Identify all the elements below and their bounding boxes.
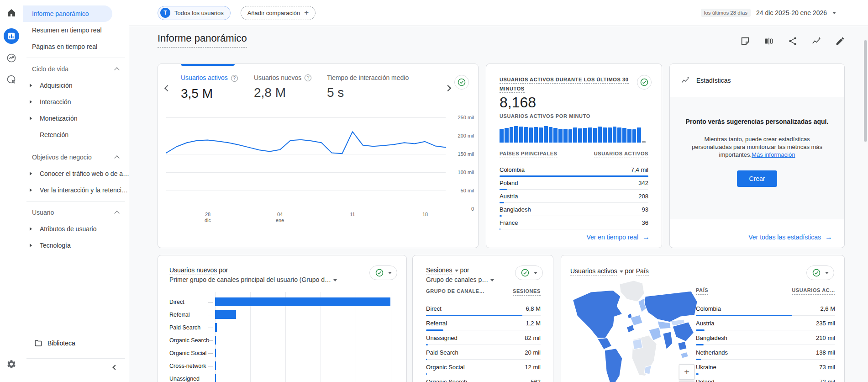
insights-icon[interactable]	[811, 36, 821, 48]
axis-tick-label: 04ene	[266, 212, 294, 223]
metric-selector[interactable]: Usuarios activos	[570, 267, 617, 276]
sidebar-section-ciclo-de-vida[interactable]: Ciclo de vida	[23, 61, 129, 77]
sidebar-item-retencion[interactable]: Retención	[23, 127, 129, 143]
add-comparison-chip[interactable]: Añadir comparación +	[241, 6, 316, 20]
sidebar-item-label: Monetización	[40, 115, 78, 122]
tab-tiempo-interaccion[interactable]: Tiempo de interacción medio 5 s	[327, 74, 409, 100]
sidebar-item-interaccion[interactable]: Interacción	[23, 94, 129, 110]
compare-reports-icon[interactable]	[764, 36, 774, 48]
data-quality-check-icon[interactable]	[637, 75, 652, 90]
card-options-pill[interactable]	[806, 265, 834, 280]
dimension-selector[interactable]: País	[636, 267, 649, 276]
metrics-scroll-left-icon[interactable]	[164, 85, 171, 91]
row-value: 208	[638, 193, 648, 200]
sidebar-item-conocer-el-trafico-web-o-de-a[interactable]: Conocer el tráfico web o de a…	[23, 165, 129, 182]
card-options-pill[interactable]	[369, 265, 397, 280]
sidebar-item-adquisicion[interactable]: Adquisición	[23, 77, 129, 94]
row-value: 2,6 M	[820, 305, 835, 312]
sidebar-item-paginas-en-tiempo-real[interactable]: Páginas en tiempo real	[23, 38, 129, 55]
chevron-down-icon	[534, 272, 537, 274]
dimension-selector[interactable]: Primer grupo de canales principal del us…	[169, 276, 331, 283]
tab-usuarios-activos[interactable]: Usuarios activos? 3,5 M	[181, 74, 238, 101]
explore-icon[interactable]	[6, 53, 17, 65]
minute-bar	[637, 127, 641, 143]
expand-arrow-icon	[30, 117, 34, 120]
audience-chip[interactable]: T Todos los usuarios	[158, 6, 231, 20]
expand-arrow-icon	[30, 133, 34, 137]
view-realtime-link[interactable]: Ver en tiempo real →	[586, 233, 650, 241]
row-value: 73 mil	[819, 364, 835, 371]
map-card-title: Usuarios activos por País	[570, 266, 649, 276]
reports-icon[interactable]	[4, 28, 19, 44]
home-icon[interactable]	[6, 7, 17, 20]
sidebar-item-resumen-en-tiempo-real[interactable]: Resumen en tiempo real	[23, 22, 129, 38]
insights-icon	[681, 76, 690, 85]
row-value: 7,4 mil	[631, 166, 648, 173]
sidebar-item-library[interactable]: Biblioteca	[23, 335, 129, 351]
bar-row: Unassigned	[169, 372, 397, 382]
help-icon[interactable]: ?	[305, 74, 311, 81]
advertising-icon[interactable]	[6, 74, 17, 87]
chevron-down-icon[interactable]	[490, 279, 494, 281]
minute-bar	[505, 128, 509, 143]
minute-bar	[563, 129, 568, 143]
minute-bar	[558, 129, 563, 143]
create-button[interactable]: Crear	[737, 170, 777, 187]
chevron-down-icon[interactable]	[620, 271, 623, 273]
sidebar-item-tecnologia[interactable]: Tecnología	[23, 237, 129, 254]
minute-bar	[524, 127, 528, 143]
page-scrollbar[interactable]	[864, 40, 867, 142]
chevron-down-icon[interactable]	[333, 279, 337, 281]
metric-selector[interactable]: Usuarios nuevos	[169, 266, 217, 275]
chevron-down-icon[interactable]	[455, 270, 458, 272]
section-label: Objetivos de negocio	[32, 154, 92, 161]
insights-header: Estadísticas	[670, 64, 844, 97]
map-zoom-in-button[interactable]: +	[679, 364, 694, 380]
current-minute-bar	[642, 141, 646, 143]
country-rows: Colombia2,6 MAustria235 milBangladesh210…	[696, 301, 835, 382]
dimension-selector[interactable]: Grupo de canales p…	[426, 276, 488, 283]
sidebar-item-ver-la-interaccion-y-la-retenci[interactable]: Ver la interacción y la retenci…	[23, 182, 129, 198]
bar-row: Organic Social	[169, 347, 397, 360]
sidebar-item-monetizacion[interactable]: Monetización	[23, 110, 129, 127]
settings-gear-icon[interactable]	[6, 359, 16, 371]
sidebar-item-informe-panoramico[interactable]: Informe panorámico	[23, 5, 112, 22]
sidebar-section-objetivos-de-negocio[interactable]: Objetivos de negocio	[23, 149, 129, 165]
table-row: Austria235 mil	[696, 316, 835, 330]
share-icon[interactable]	[788, 36, 798, 48]
bar-row: Referral	[169, 308, 397, 321]
expand-arrow-icon	[30, 84, 34, 87]
card-options-pill[interactable]	[515, 265, 543, 280]
topbar: T Todos los usuarios Añadir comparación …	[129, 0, 868, 26]
trend-line	[166, 132, 446, 154]
metrics-scroll-right-icon[interactable]	[445, 85, 451, 91]
minute-bar	[603, 127, 607, 143]
edit-pencil-icon[interactable]	[835, 36, 845, 48]
row-label: Austria	[500, 193, 518, 200]
feedback-note-icon[interactable]	[740, 36, 750, 48]
more-info-link[interactable]: Más información	[752, 151, 795, 158]
tab-usuarios-nuevos[interactable]: Usuarios nuevos? 2,8 M	[254, 74, 311, 100]
sidebar-item-atributos-de-usuario[interactable]: Atributos de usuario	[23, 221, 129, 237]
minute-bar	[500, 129, 504, 143]
data-quality-check-icon[interactable]	[454, 75, 469, 90]
row-value: 93	[642, 206, 648, 213]
help-icon[interactable]: ?	[231, 75, 238, 82]
section-label: Ciclo de vida	[32, 65, 68, 73]
trend-chart: 250 mil200 mil150 mil100 mil50 mil0 28di…	[166, 117, 446, 209]
date-range-selector[interactable]: 24 dic 2025-20 ene 2026	[756, 9, 827, 16]
sidebar-collapse-button[interactable]	[113, 366, 119, 371]
bar	[215, 349, 216, 357]
axis-tick-label: 150 mil	[450, 151, 474, 157]
row-label: France	[500, 219, 518, 226]
metric-selector[interactable]: Sesiones	[426, 266, 452, 275]
divider	[26, 201, 125, 202]
view-all-insights-link[interactable]: Ver todas las estadísticas →	[748, 233, 832, 241]
chevron-down-icon[interactable]	[832, 12, 836, 14]
row-label: Referral	[426, 320, 447, 327]
main-content: Informe panorámico Usuarios activos? 3,5…	[129, 26, 868, 382]
sidebar-section-usuario[interactable]: Usuario	[23, 204, 129, 221]
axis-tick-label: 100 mil	[450, 170, 474, 175]
bar	[215, 297, 390, 306]
metric-value: 3,5 M	[181, 86, 238, 101]
